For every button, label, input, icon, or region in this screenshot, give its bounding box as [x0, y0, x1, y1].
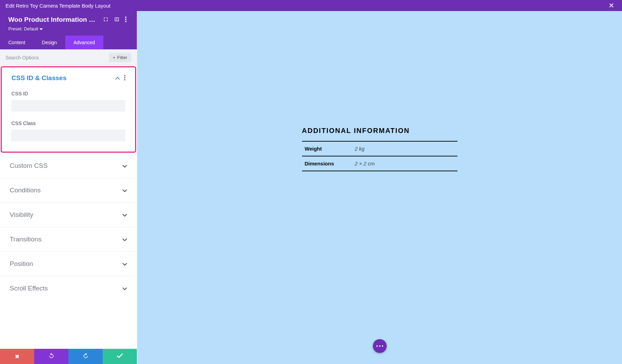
- more-icon[interactable]: [125, 17, 126, 23]
- panel-custom-css[interactable]: Custom CSS: [0, 153, 137, 178]
- plus-icon: +: [113, 55, 116, 60]
- search-row: Search Options + Filter: [0, 49, 137, 66]
- product-info-table: Weight 2 kg Dimensions 2 × 2 cm: [302, 141, 458, 171]
- table-row: Weight 2 kg: [302, 141, 458, 156]
- svg-point-4: [124, 77, 125, 78]
- window-title: Edit Retro Toy Camera Template Body Layo…: [6, 3, 111, 9]
- expand-icon[interactable]: [103, 17, 109, 23]
- discard-button[interactable]: ✖: [0, 349, 34, 364]
- settings-tabs: Content Design Advanced: [0, 36, 137, 49]
- field-label-css-class: CSS Class: [11, 121, 125, 126]
- chevron-down-icon: [122, 237, 127, 242]
- window-header: Edit Retro Toy Camera Template Body Layo…: [0, 0, 622, 11]
- settings-sidebar: Woo Product Information S... Preset: Def…: [0, 11, 137, 364]
- tab-content[interactable]: Content: [0, 36, 34, 49]
- undo-button[interactable]: [34, 349, 68, 364]
- svg-point-1: [125, 19, 126, 20]
- panel-position[interactable]: Position: [0, 251, 137, 276]
- panel-visibility[interactable]: Visibility: [0, 202, 137, 227]
- info-value: 2 × 2 cm: [352, 156, 458, 171]
- panel-title-css: CSS ID & Classes: [11, 74, 66, 82]
- check-icon: [117, 353, 123, 360]
- preview-canvas: ADDITIONAL INFORMATION Weight 2 kg Dimen…: [137, 11, 622, 364]
- field-label-css-id: CSS ID: [11, 91, 125, 96]
- chevron-down-icon: [122, 261, 127, 267]
- search-input[interactable]: Search Options: [6, 55, 39, 60]
- redo-button[interactable]: [68, 349, 103, 364]
- table-row: Dimensions 2 × 2 cm: [302, 156, 458, 171]
- chevron-down-icon: [39, 26, 43, 31]
- more-icon[interactable]: [124, 75, 125, 82]
- css-class-input[interactable]: [11, 130, 125, 141]
- svg-point-0: [125, 17, 126, 18]
- chevron-down-icon: [122, 163, 127, 169]
- css-id-input[interactable]: [11, 100, 125, 112]
- module-title: Woo Product Information S...: [8, 16, 98, 23]
- preset-value: Default: [24, 26, 38, 31]
- info-label: Dimensions: [302, 156, 352, 171]
- tab-design[interactable]: Design: [34, 36, 65, 49]
- panel-transitions[interactable]: Transitions: [0, 227, 137, 251]
- chevron-up-icon[interactable]: [115, 75, 120, 81]
- chevron-down-icon: [122, 286, 127, 291]
- svg-point-5: [124, 79, 125, 80]
- preset-label: Preset:: [8, 26, 22, 31]
- filter-label: Filter: [117, 55, 127, 60]
- panel-scroll-effects[interactable]: Scroll Effects: [0, 276, 137, 300]
- panel-conditions[interactable]: Conditions: [0, 178, 137, 202]
- panels-scroll[interactable]: CSS ID & Classes CSS ID CSS Class: [0, 66, 137, 349]
- footer-actions: ✖: [0, 349, 137, 364]
- tab-advanced[interactable]: Advanced: [65, 36, 103, 49]
- preset-selector[interactable]: Preset: Default: [8, 26, 130, 31]
- chevron-down-icon: [122, 212, 127, 218]
- filter-button[interactable]: + Filter: [109, 53, 131, 62]
- info-label: Weight: [302, 141, 352, 156]
- module-header: Woo Product Information S... Preset: Def…: [0, 11, 137, 36]
- redo-icon: [83, 353, 89, 360]
- close-icon: ✖: [15, 353, 19, 360]
- panel-toggle-icon[interactable]: [114, 17, 120, 23]
- panel-css-id-classes: CSS ID & Classes CSS ID CSS Class: [1, 66, 136, 153]
- preview-heading: ADDITIONAL INFORMATION: [302, 127, 458, 135]
- page-settings-fab[interactable]: [373, 339, 387, 353]
- chevron-down-icon: [122, 188, 127, 193]
- close-icon[interactable]: ✕: [606, 1, 616, 10]
- save-button[interactable]: [103, 349, 137, 364]
- svg-point-3: [124, 75, 125, 76]
- info-value: 2 kg: [352, 141, 458, 156]
- svg-point-2: [125, 21, 126, 22]
- undo-icon: [48, 353, 55, 360]
